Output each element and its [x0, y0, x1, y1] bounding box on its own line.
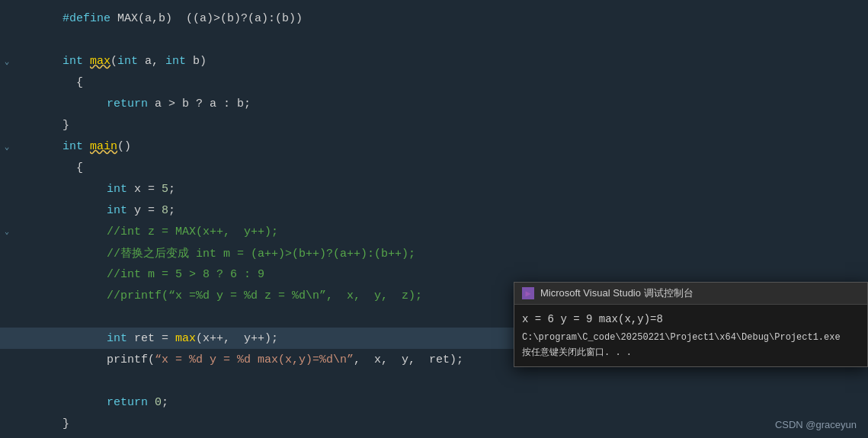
code-line-1: #define MAX(a,b) ((a)>(b)?(a):(b)) [0, 8, 868, 29]
code-editor: #define MAX(a,b) ((a)>(b)?(a):(b)) ⌄ int… [0, 0, 868, 438]
console-body: x = 6 y = 9 max(x,y)=8 C:\program\C_code… [514, 305, 867, 366]
console-output-1: x = 6 y = 9 max(x,y)=8 [522, 311, 860, 328]
code-content-20: } [14, 404, 868, 439]
console-window[interactable]: ▶ Microsoft Visual Studio 调试控制台 x = 6 y … [514, 282, 868, 367]
watermark: CSDN @graceyun [775, 419, 857, 430]
code-line-20: } [0, 413, 868, 434]
console-output-2: C:\program\C_code\20250221\Project1\x64\… [522, 331, 860, 345]
console-title: Microsoft Visual Studio 调试控制台 [540, 286, 693, 300]
fold-icon-7[interactable]: ⌄ [0, 142, 14, 152]
console-output-3: 按任意键关闭此窗口. . . [522, 346, 860, 360]
console-titlebar: ▶ Microsoft Visual Studio 调试控制台 [514, 283, 867, 305]
fold-icon-3[interactable]: ⌄ [0, 56, 14, 66]
fold-icon-11[interactable]: ⌄ [0, 227, 14, 236]
vs-icon: ▶ [522, 287, 534, 299]
